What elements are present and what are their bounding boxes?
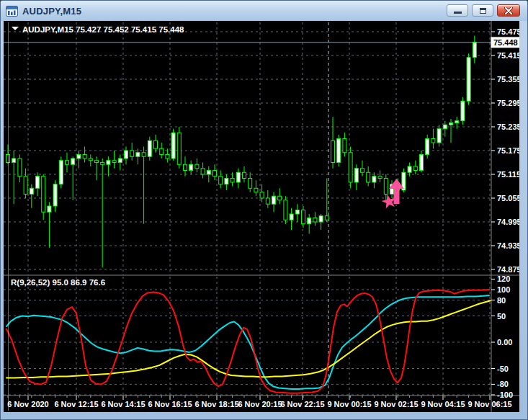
candle-body[interactable] bbox=[189, 164, 193, 170]
indicator-red-line[interactable] bbox=[6, 290, 489, 393]
candle-body[interactable] bbox=[95, 161, 99, 163]
close-icon bbox=[504, 7, 513, 14]
candle-body[interactable] bbox=[308, 218, 311, 224]
candle-body[interactable] bbox=[231, 179, 234, 183]
price-tick-label: 75.115 bbox=[497, 170, 519, 179]
candle-body[interactable] bbox=[142, 153, 146, 157]
candle-body[interactable] bbox=[384, 179, 388, 195]
candle-body[interactable] bbox=[284, 200, 287, 220]
candle-body[interactable] bbox=[378, 177, 382, 179]
candle-body[interactable] bbox=[177, 133, 181, 164]
candle-body[interactable] bbox=[290, 214, 293, 220]
current-price-tag-label: 75.448 bbox=[493, 38, 518, 47]
candle-body[interactable] bbox=[130, 151, 134, 156]
title-bar[interactable]: AUDJPY,M15 bbox=[1, 1, 527, 21]
chart-content-area[interactable]: 75.47575.41575.35575.29575.23575.17575.1… bbox=[4, 21, 519, 412]
candle-body[interactable] bbox=[319, 216, 323, 222]
candle-body[interactable] bbox=[354, 169, 358, 182]
candle-body[interactable] bbox=[83, 155, 86, 159]
candle-body[interactable] bbox=[295, 210, 299, 215]
candle-body[interactable] bbox=[207, 171, 210, 175]
candle-body[interactable] bbox=[18, 158, 22, 177]
candle-body[interactable] bbox=[249, 179, 252, 189]
restore-button[interactable] bbox=[472, 4, 493, 17]
candle-body[interactable] bbox=[302, 210, 305, 224]
candle-body[interactable] bbox=[455, 121, 459, 123]
minimize-button[interactable] bbox=[447, 4, 468, 17]
price-tick-label: 75.175 bbox=[497, 146, 519, 155]
candle-body[interactable] bbox=[260, 192, 264, 198]
candle-body[interactable] bbox=[136, 153, 140, 157]
candle-body[interactable] bbox=[53, 184, 57, 206]
candle-body[interactable] bbox=[71, 158, 75, 164]
candle-body[interactable] bbox=[408, 166, 411, 172]
candle-body[interactable] bbox=[148, 140, 151, 156]
time-label: 6 Nov 20:15 bbox=[238, 400, 282, 408]
candle-body[interactable] bbox=[154, 140, 158, 148]
candle-body[interactable] bbox=[42, 177, 45, 213]
candle-body[interactable] bbox=[461, 101, 465, 121]
candle-body[interactable] bbox=[437, 129, 441, 143]
candle-body[interactable] bbox=[266, 198, 269, 204]
candle-body[interactable] bbox=[449, 123, 453, 125]
candle-body[interactable] bbox=[413, 166, 417, 171]
window-controls bbox=[447, 4, 520, 17]
chart-window: AUDJPY,M15 75.47575.41575.35575.29575.23… bbox=[0, 0, 528, 420]
candle-body[interactable] bbox=[349, 153, 352, 182]
candle-body[interactable] bbox=[254, 188, 258, 192]
time-axis[interactable]: 6 Nov 20206 Nov 12:156 Nov 14:156 Nov 16… bbox=[7, 396, 511, 408]
candle-body[interactable] bbox=[236, 172, 240, 182]
candle-body[interactable] bbox=[343, 139, 346, 153]
candle-body[interactable] bbox=[195, 164, 199, 169]
candle-body[interactable] bbox=[361, 169, 364, 173]
price-tick-label: 75.295 bbox=[497, 99, 519, 107]
candle-body[interactable] bbox=[101, 163, 104, 165]
candle-body[interactable] bbox=[48, 206, 51, 212]
candle-body[interactable] bbox=[184, 164, 187, 170]
candle-body[interactable] bbox=[443, 125, 447, 129]
minimize-icon bbox=[454, 12, 462, 14]
candle-body[interactable] bbox=[243, 172, 246, 178]
candle-body[interactable] bbox=[118, 158, 122, 163]
candle-body[interactable] bbox=[331, 140, 335, 162]
price-tick-label: 74.935 bbox=[497, 241, 519, 250]
candle-body[interactable] bbox=[467, 58, 470, 102]
candle-body[interactable] bbox=[30, 188, 33, 194]
candle-body[interactable] bbox=[420, 155, 424, 171]
candle-body[interactable] bbox=[213, 171, 217, 177]
candle-body[interactable] bbox=[77, 155, 81, 159]
candle-body[interactable] bbox=[59, 161, 63, 184]
candle-body[interactable] bbox=[112, 161, 116, 163]
candle-body[interactable] bbox=[473, 43, 476, 58]
candle-body[interactable] bbox=[337, 139, 341, 163]
collapse-triangle-icon[interactable] bbox=[12, 27, 19, 30]
time-label: 6 Nov 16:15 bbox=[148, 400, 192, 408]
candle-body[interactable] bbox=[24, 177, 27, 195]
osc-tick-label: 50 bbox=[497, 312, 506, 321]
candle-body[interactable] bbox=[107, 161, 110, 165]
candle-body[interactable] bbox=[372, 177, 376, 182]
candle-body[interactable] bbox=[36, 177, 40, 189]
candle-body[interactable] bbox=[201, 169, 205, 174]
close-button[interactable] bbox=[497, 4, 520, 17]
candle-body[interactable] bbox=[325, 216, 328, 220]
candle-body[interactable] bbox=[272, 196, 276, 204]
candle-body[interactable] bbox=[426, 139, 429, 155]
candle-body[interactable] bbox=[313, 218, 317, 223]
candlesticks[interactable] bbox=[6, 36, 477, 268]
candle-body[interactable] bbox=[125, 151, 128, 158]
candle-body[interactable] bbox=[225, 179, 228, 184]
candle-body[interactable] bbox=[12, 158, 16, 163]
candle-body[interactable] bbox=[66, 161, 69, 165]
osc-tick-label: 80 bbox=[497, 296, 506, 305]
candle-body[interactable] bbox=[89, 158, 92, 161]
oscillator-panel[interactable] bbox=[4, 277, 491, 396]
candle-body[interactable] bbox=[166, 155, 169, 159]
candle-body[interactable] bbox=[219, 177, 223, 184]
candle-body[interactable] bbox=[367, 172, 370, 182]
candle-body[interactable] bbox=[431, 139, 435, 143]
candle-body[interactable] bbox=[171, 133, 175, 158]
window-title: AUDJPY,M15 bbox=[22, 6, 81, 17]
candle-body[interactable] bbox=[160, 148, 164, 154]
candle-body[interactable] bbox=[278, 196, 282, 200]
